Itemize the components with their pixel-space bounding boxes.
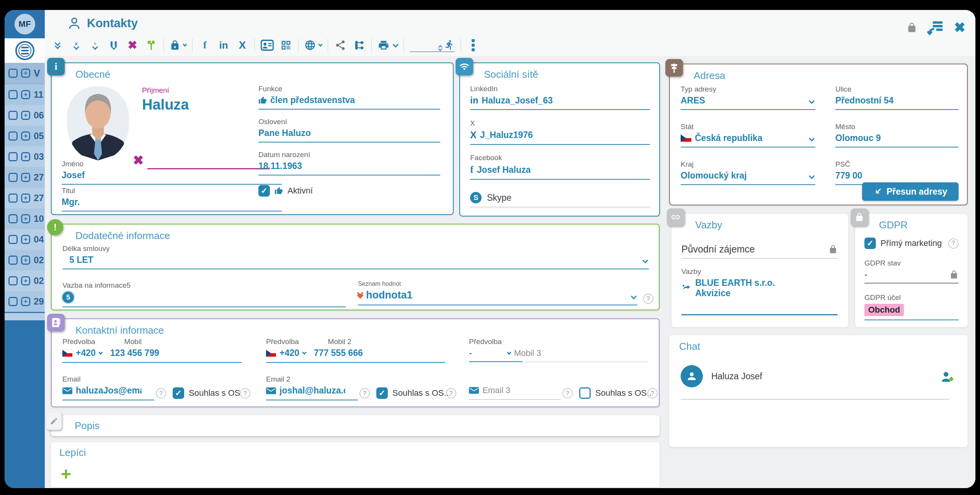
collapse-cancel-icon[interactable]: x <box>70 38 83 53</box>
aktivni-checkbox[interactable] <box>258 185 270 197</box>
list-item[interactable]: 27 <box>5 167 45 188</box>
back-to-list-icon[interactable] <box>927 20 944 35</box>
field-mobil3[interactable]: Předvolba - Mobil 3 <box>469 338 648 362</box>
field-typ-adresy[interactable]: Typ adresy ARES <box>681 85 815 110</box>
field-email2[interactable]: Email 2 joshal@haluza.cz <box>266 375 358 400</box>
hierarchy-icon[interactable] <box>353 38 366 53</box>
panel-popis[interactable]: Popis <box>51 415 660 436</box>
help-icon[interactable]: ? <box>446 388 456 398</box>
relation-company[interactable]: BLUE EARTH s.r.o. <box>695 278 775 288</box>
list-item[interactable]: 27 <box>5 188 45 208</box>
field-prijmeni[interactable]: Příjmení Haluza <box>142 86 189 113</box>
field-linkedin[interactable]: LinkedIn inHaluza_Josef_63 <box>470 85 650 110</box>
field-mobil2[interactable]: PředvolbaMobil 2 +420 777 555 666 <box>266 338 445 363</box>
field-value[interactable]: Haluza <box>142 97 189 113</box>
field-value[interactable]: Haluza_Josef_63 <box>482 95 552 106</box>
row-expand-icon[interactable] <box>21 193 30 203</box>
field-value[interactable]: Mgr. <box>62 197 282 207</box>
facebook-icon[interactable]: f <box>198 38 211 53</box>
linkedin-icon[interactable]: in <box>217 38 230 53</box>
list-item[interactable]: 11 <box>5 84 45 105</box>
field-puvodni-zajemce[interactable]: Původní zájemce <box>681 244 838 259</box>
contact-photo[interactable] <box>62 85 134 161</box>
mobil-value[interactable]: 777 555 666 <box>314 348 363 358</box>
help-icon[interactable]: ? <box>643 293 653 304</box>
primy-marketing-checkbox[interactable] <box>864 238 876 249</box>
row-checkbox[interactable] <box>8 173 18 182</box>
add-sticker-icon[interactable]: + <box>61 467 71 480</box>
row-checkbox[interactable] <box>8 297 18 306</box>
row-checkbox[interactable] <box>8 193 18 203</box>
gdpr-ucel-tag[interactable]: Obchod <box>864 304 904 316</box>
row-checkbox[interactable] <box>8 235 18 244</box>
lock-dropdown-chevron[interactable] <box>183 42 187 46</box>
list-item[interactable]: 10 <box>5 208 45 229</box>
field-email3[interactable]: Email 3 <box>469 375 561 400</box>
share-icon[interactable] <box>334 38 347 53</box>
qr-code-icon[interactable] <box>279 38 292 53</box>
run-workflow-icon[interactable] <box>444 39 455 51</box>
workflow-select[interactable] <box>410 38 455 52</box>
field-seznam-hodnot[interactable]: Seznam hodnot hodnota1 <box>358 280 637 305</box>
field-value[interactable]: J_Haluz1976 <box>480 130 533 140</box>
x-twitter-icon[interactable]: X <box>236 38 249 53</box>
field-gdpr-stav[interactable]: GDPR stav - <box>864 259 959 284</box>
list-item[interactable]: 06 <box>5 105 45 126</box>
field-funkce[interactable]: Funkce člen představenstva <box>258 85 440 110</box>
row-checkbox[interactable] <box>8 111 18 120</box>
collapse-pause-icon[interactable]: ❚❚ <box>107 38 120 53</box>
email-value[interactable]: joshal@haluza.cz <box>279 385 345 396</box>
presun-adresy-button[interactable]: Přesun adresy <box>862 182 959 201</box>
row-expand-icon[interactable] <box>21 152 30 161</box>
field-delka-smlouvy[interactable]: Délka smlouvy 5 LET <box>62 244 649 269</box>
globe-dropdown-chevron[interactable] <box>318 42 322 46</box>
field-facebook[interactable]: Facebook fJosef Haluza <box>470 154 650 180</box>
row-expand-icon[interactable] <box>21 235 30 244</box>
field-vazba-na-informace[interactable]: Vazba na informace5 5 <box>62 281 346 307</box>
email-placeholder[interactable]: Email 3 <box>482 385 510 395</box>
row-expand-icon[interactable] <box>21 111 30 120</box>
field-mobil[interactable]: PředvolbaMobil +420 123 456 799 <box>62 338 242 363</box>
avatar[interactable]: MF <box>15 14 35 34</box>
add-person-icon[interactable] <box>940 370 954 384</box>
field-value[interactable]: Česká republika <box>695 133 762 143</box>
field-value[interactable]: ARES <box>681 95 815 106</box>
dropdown-chevron[interactable] <box>507 350 511 354</box>
row-checkbox[interactable] <box>8 256 18 265</box>
collapse-all-icon[interactable] <box>51 38 64 53</box>
field-value[interactable]: 779 00 <box>835 170 959 181</box>
relation-type[interactable]: Akvizice <box>695 288 775 298</box>
field-value[interactable]: Přednostní 54 <box>835 95 959 106</box>
print-dropdown-chevron[interactable] <box>393 41 399 48</box>
help-icon[interactable]: ? <box>948 238 959 249</box>
field-value[interactable]: Olomouc 9 <box>835 133 959 143</box>
row-expand-icon[interactable] <box>21 173 30 182</box>
field-email[interactable]: Email haluzaJos@emai <box>62 375 154 400</box>
predvolba-value[interactable]: +420 <box>279 348 299 358</box>
field-x[interactable]: X XJ_Haluz1976 <box>470 119 650 145</box>
gear-5-icon[interactable]: 5 <box>62 292 74 303</box>
help-icon[interactable]: ? <box>359 388 370 398</box>
field-value[interactable]: Olomoucký kraj <box>681 170 815 181</box>
help-icon[interactable]: ? <box>156 388 166 398</box>
list-item[interactable]: 02 <box>5 270 45 291</box>
help-icon[interactable]: ? <box>562 388 573 398</box>
branch-icon[interactable] <box>145 38 158 53</box>
row-checkbox[interactable] <box>8 152 18 161</box>
field-gdpr-ucel[interactable]: GDPR účel Obchod <box>864 293 959 320</box>
row-expand-icon[interactable] <box>21 256 30 265</box>
field-value[interactable]: Josef Haluza <box>477 165 531 175</box>
souhlas-checkbox[interactable] <box>376 387 388 399</box>
field-datum-narozeni[interactable]: Datum narození 18.11.1963 <box>258 151 440 175</box>
field-vazby[interactable]: Vazby BLUE EARTH s.r.o. Akvizice <box>681 267 838 298</box>
print-icon[interactable] <box>377 38 398 53</box>
vcard-icon[interactable] <box>261 38 274 53</box>
row-checkbox[interactable] <box>8 131 18 141</box>
help-icon[interactable]: ? <box>647 388 658 398</box>
field-value[interactable]: Pane Haluzo <box>258 128 440 138</box>
expand-all-icon[interactable] <box>21 69 30 78</box>
row-expand-icon[interactable] <box>21 297 30 306</box>
list-item[interactable]: 29 <box>5 291 45 312</box>
lock-permissions-icon[interactable] <box>170 38 186 53</box>
row-expand-icon[interactable] <box>21 276 30 285</box>
